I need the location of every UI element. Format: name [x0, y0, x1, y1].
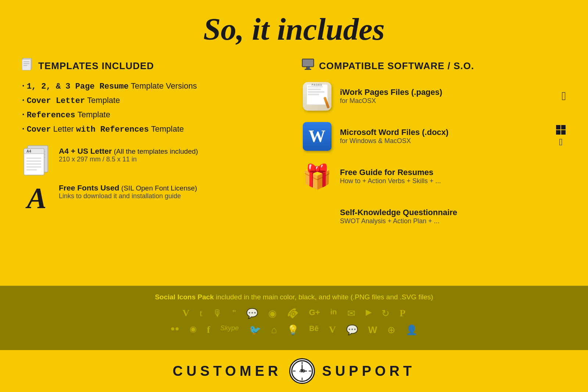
list-item: · 1, 2, & 3 Page Resume Template Version…	[22, 81, 287, 91]
social-icons-row2: ●● ◉ f Skype 🐦 ⌂ 💡 Bē V 💬 W ⊕ 👤	[22, 324, 566, 336]
svg-rect-1	[22, 59, 31, 70]
svg-text:A4: A4	[26, 149, 31, 153]
home-icon: ⌂	[271, 324, 277, 336]
pages-name: iWork Pages Files (.pages)	[340, 88, 554, 97]
fonts-feature: A Free Fonts Used (SIL Open Font License…	[22, 183, 287, 213]
svg-rect-25	[561, 130, 566, 135]
rss-icon: ◉	[190, 324, 197, 336]
svg-rect-23	[561, 125, 566, 129]
email-icon: ✉	[347, 308, 355, 319]
word-item: W Microsoft Word Files (.docx) for Windo…	[301, 121, 566, 152]
word-text: Microsoft Word Files (.docx) for Windows…	[340, 128, 548, 145]
svg-text:48: 48	[299, 368, 304, 374]
social-icons-row1: V t 🎙 " 💬 ◉ ☎ G+ in ✉ ▶ ↻ P	[22, 308, 566, 319]
pages-os: 	[562, 89, 566, 103]
tumblr-icon: t	[200, 308, 202, 319]
guide-name: Free Guide for Resumes	[340, 168, 566, 177]
social-header: Social Icons Pack included in the main c…	[22, 293, 566, 301]
svg-rect-20	[306, 67, 310, 69]
monitor-icon	[301, 58, 315, 74]
word-icon: W	[301, 121, 333, 152]
pinterest-icon: P	[400, 308, 406, 319]
page-title: So, it includes	[203, 12, 385, 46]
whatsapp-icon: 💬	[346, 324, 358, 336]
guide-text: Free Guide for Resumes How to + Action V…	[340, 168, 566, 185]
apple-icon: 	[562, 89, 566, 103]
questionnaire-name: Self-Knowledge Questionnaire	[340, 208, 566, 217]
quote-icon: "	[233, 308, 236, 319]
clock-icon: 48	[291, 360, 313, 382]
svg-rect-21	[305, 69, 311, 70]
list-item: · References Template	[22, 109, 287, 120]
pages-icon: PAGES	[301, 81, 333, 112]
guide-desc: How to + Action Verbs + Skills + ...	[340, 177, 566, 185]
questionnaire-text: Self-Knowledge Questionnaire SWOT Analys…	[340, 208, 566, 225]
google-plus-icon: G+	[309, 308, 320, 319]
footer-right: SUPPORT	[322, 363, 416, 379]
list-item: · Cover Letter with References Template	[22, 124, 287, 134]
software-header: COMPATIBLE SOFTWARE / S.O.	[301, 58, 566, 74]
flickr-icon: ●●	[171, 324, 179, 336]
questionnaire-icon	[301, 201, 333, 232]
wordpress-icon: W	[368, 324, 377, 336]
vine-icon: V	[329, 324, 336, 336]
globe-icon: ⊕	[387, 324, 395, 336]
windows-icon	[556, 125, 566, 135]
title-section: So, it includes	[0, 0, 588, 54]
main-container: So, it includes TEMPLATES INCL	[0, 0, 588, 392]
chat-icon: 💬	[246, 308, 258, 319]
social-section: Social Icons Pack included in the main c…	[0, 286, 588, 350]
vimeo-icon: V	[183, 308, 190, 319]
templates-list: · 1, 2, & 3 Page Resume Template Version…	[22, 81, 287, 138]
word-name: Microsoft Word Files (.docx)	[340, 128, 548, 137]
right-column: COMPATIBLE SOFTWARE / S.O.	[301, 58, 566, 275]
document-icon: A4	[22, 147, 51, 176]
pages-desc: for MacOSX	[340, 97, 554, 105]
a4-text: A4 + US Letter (All the templates includ…	[59, 147, 198, 163]
footer-left: CUSTOMER	[173, 363, 282, 379]
apple-icon2: 	[559, 136, 563, 148]
templates-title: TEMPLATES INCLUDED	[38, 60, 154, 72]
skype-icon: Skype	[220, 324, 239, 336]
pages-text: iWork Pages Files (.pages) for MacOSX	[340, 88, 554, 105]
gift-icon: 🎁	[301, 161, 333, 192]
refresh-icon: ↻	[381, 308, 390, 319]
word-desc: for Windows & MacOSX	[340, 137, 548, 145]
behance-icon: Bē	[309, 324, 319, 336]
fonts-text: Free Fonts Used (SIL Open Font License) …	[59, 183, 197, 200]
iwork-item: PAGES iWork Pages Files (.pages) for Mac…	[301, 81, 566, 112]
questionnaire-item: Self-Knowledge Questionnaire SWOT Analys…	[301, 201, 566, 232]
a4-feature: A4 A4 + US Letter (All the templates inc…	[22, 147, 287, 176]
footer-section: CUSTOMER 48 SUPPORT	[0, 350, 588, 392]
podcast-icon: 🎙	[213, 308, 222, 319]
word-os: 	[556, 125, 566, 148]
svg-rect-22	[556, 125, 560, 129]
twitter-icon: 🐦	[249, 324, 261, 336]
font-icon: A	[22, 183, 51, 213]
svg-rect-19	[303, 60, 313, 66]
phone-icon: ☎	[285, 305, 301, 322]
svg-rect-24	[556, 130, 560, 135]
instagram-icon: ◉	[268, 308, 277, 319]
linkedin-icon: in	[330, 308, 337, 319]
templates-header: TEMPLATES INCLUDED	[22, 58, 287, 74]
youtube-icon: ▶	[366, 308, 371, 319]
software-title: COMPATIBLE SOFTWARE / S.O.	[319, 60, 474, 72]
facebook-icon: f	[207, 324, 210, 336]
content-area: TEMPLATES INCLUDED · 1, 2, & 3 Page Resu…	[0, 54, 588, 282]
list-item: · Cover Letter Template	[22, 95, 287, 106]
guide-item: 🎁 Free Guide for Resumes How to + Action…	[301, 161, 566, 192]
user-icon: 👤	[406, 324, 417, 336]
bulb-icon: 💡	[287, 324, 299, 336]
questionnaire-desc: SWOT Analysis + Action Plan + ...	[340, 217, 566, 225]
clock-badge: 48	[289, 358, 315, 384]
left-column: TEMPLATES INCLUDED · 1, 2, & 3 Page Resu…	[22, 58, 287, 275]
templates-icon	[22, 58, 34, 74]
